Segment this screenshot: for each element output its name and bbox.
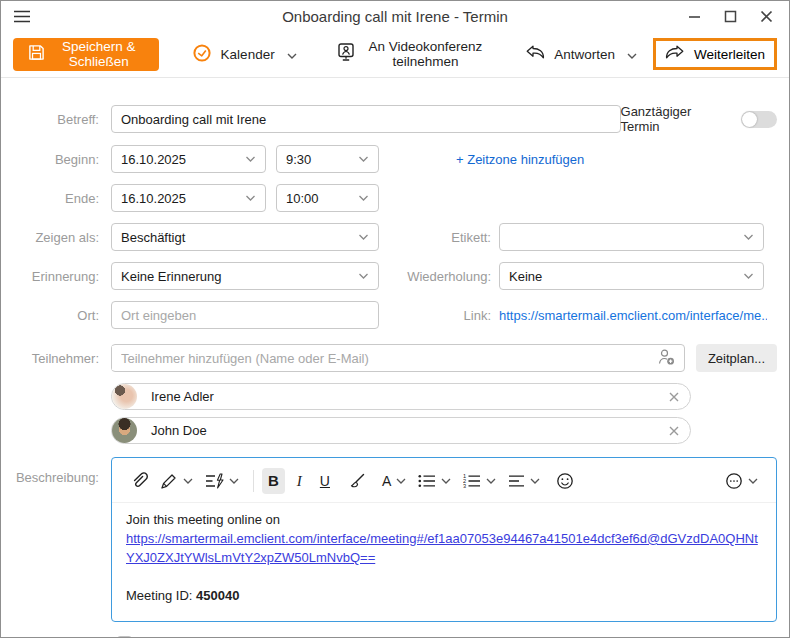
save-close-button[interactable]: Speichern & Schließen — [13, 38, 159, 71]
underline-button[interactable]: U — [314, 468, 336, 494]
location-input[interactable] — [111, 301, 379, 329]
font-color-button[interactable]: A — [376, 468, 412, 494]
description-label: Beschreibung: — [1, 457, 111, 485]
bold-button[interactable]: B — [262, 468, 285, 494]
meeting-url-link[interactable]: https://smartermail.emclient.com/interfa… — [126, 531, 758, 565]
attendees-input-wrap — [111, 344, 685, 372]
reminder-label: Erinnerung: — [1, 269, 111, 284]
attendee-name: John Doe — [151, 423, 207, 438]
main-toolbar: Speichern & Schließen Kalender An Videok… — [1, 31, 789, 78]
attendees-label: Teilnehmer: — [1, 351, 111, 366]
attendees-input[interactable] — [112, 346, 656, 370]
meeting-id-value: 450040 — [196, 588, 239, 603]
avatar — [112, 384, 137, 409]
add-timezone-link[interactable]: + Zeitzone hinzufügen — [456, 152, 584, 167]
join-videoconference-label: An Videokonferenz teilnehmen — [365, 39, 487, 69]
subject-input[interactable] — [111, 105, 621, 133]
chevron-down-icon — [229, 478, 239, 484]
emoji-button[interactable] — [550, 467, 580, 495]
show-as-label: Zeigen als: — [1, 230, 111, 245]
videoconference-icon — [336, 43, 356, 65]
tag-label: Etikett: — [379, 230, 499, 245]
avatar — [112, 418, 137, 443]
chevron-down-icon — [530, 478, 540, 484]
attendee-row[interactable]: Irene Adler — [111, 383, 691, 410]
forward-button-highlighted[interactable]: Weiterleiten — [653, 38, 777, 70]
join-videoconference-button[interactable]: An Videokonferenz teilnehmen — [330, 38, 493, 70]
chevron-down-icon — [245, 195, 256, 201]
toggle-knob — [742, 112, 757, 127]
bullet-list-button[interactable] — [412, 469, 457, 493]
link-label: Link: — [379, 308, 499, 323]
location-label: Ort: — [1, 308, 111, 323]
add-contact-icon[interactable] — [656, 348, 676, 369]
attendee-row[interactable]: John Doe — [111, 417, 691, 444]
chevron-down-icon — [245, 156, 256, 162]
maximize-icon[interactable] — [724, 10, 737, 23]
recurrence-label: Wiederholung: — [379, 269, 499, 284]
forward-arrow-icon — [665, 45, 685, 63]
save-close-label: Speichern & Schließen — [54, 39, 144, 69]
reminder-select[interactable]: Keine Erinnerung — [111, 262, 379, 290]
chevron-down-icon — [627, 47, 637, 62]
chevron-down-icon — [748, 478, 758, 484]
appointment-window: Onboarding call mit Irene - Termin Speic… — [0, 0, 790, 638]
chevron-down-icon — [396, 478, 406, 484]
chevron-down-icon — [441, 478, 451, 484]
recurrence-select[interactable]: Keine — [499, 262, 764, 290]
more-options-button[interactable] — [719, 467, 764, 495]
appointment-form: Betreff: Ganztägiger Termin Beginn: 16.1… — [1, 78, 789, 638]
minimize-icon[interactable] — [688, 10, 701, 23]
chevron-down-icon — [743, 234, 754, 240]
tag-select[interactable] — [499, 223, 764, 251]
all-day-toggle[interactable] — [741, 111, 777, 128]
toolbar-divider — [253, 470, 254, 492]
chevron-down-icon — [743, 273, 754, 279]
schedule-button[interactable]: Zeitplan... — [696, 344, 777, 372]
chevron-down-icon — [287, 47, 297, 62]
window-title: Onboarding call mit Irene - Termin — [1, 8, 789, 25]
chevron-down-icon — [486, 478, 496, 484]
chevron-down-icon — [358, 273, 369, 279]
svg-text:3: 3 — [463, 483, 466, 488]
meeting-link[interactable]: https://smartermail.emclient.com/interfa… — [499, 308, 767, 323]
chevron-down-icon — [358, 156, 369, 162]
save-icon — [28, 44, 45, 64]
show-as-select[interactable]: Beschäftigt — [111, 223, 379, 251]
italic-button[interactable]: I — [291, 468, 308, 494]
format-painter-icon[interactable] — [342, 468, 372, 495]
calendar-label: Kalender — [221, 47, 275, 62]
end-time-select[interactable]: 10:00 — [276, 184, 379, 212]
start-date-select[interactable]: 16.10.2025 — [111, 145, 266, 173]
remove-attendee-icon[interactable] — [668, 391, 680, 403]
remove-attendee-icon[interactable] — [668, 425, 680, 437]
signature-icon[interactable] — [154, 468, 199, 495]
start-label: Beginn: — [1, 152, 111, 167]
forward-label: Weiterleiten — [694, 47, 765, 62]
quick-text-icon[interactable] — [199, 468, 245, 494]
end-date-select[interactable]: 16.10.2025 — [111, 184, 266, 212]
chevron-down-icon — [358, 234, 369, 240]
attach-icon[interactable] — [124, 467, 154, 495]
all-day-label: Ganztägiger Termin — [621, 104, 733, 134]
attendee-name: Irene Adler — [151, 389, 214, 404]
close-icon[interactable] — [760, 10, 773, 23]
editor-toolbar: B I U A 123 — [112, 458, 776, 503]
start-time-select[interactable]: 9:30 — [276, 145, 379, 173]
description-intro: Join this meeting online on — [126, 511, 762, 530]
numbered-list-button[interactable]: 123 — [457, 469, 502, 493]
reply-label: Antworten — [554, 47, 615, 62]
emclient-calendar-icon — [192, 43, 212, 66]
reply-arrow-icon — [525, 45, 545, 63]
chevron-down-icon — [183, 478, 193, 484]
chevron-down-icon — [358, 195, 369, 201]
description-body[interactable]: Join this meeting online on https://smar… — [112, 503, 776, 621]
description-editor: B I U A 123 — [111, 457, 777, 622]
calendar-menu-button[interactable]: Kalender — [186, 42, 303, 67]
menu-icon[interactable] — [14, 10, 30, 23]
meeting-id-line: Meeting ID: 450040 — [126, 587, 762, 606]
subject-label: Betreff: — [1, 112, 111, 127]
align-button[interactable] — [502, 469, 546, 493]
window-controls — [688, 10, 773, 23]
reply-button[interactable]: Antworten — [519, 44, 643, 64]
